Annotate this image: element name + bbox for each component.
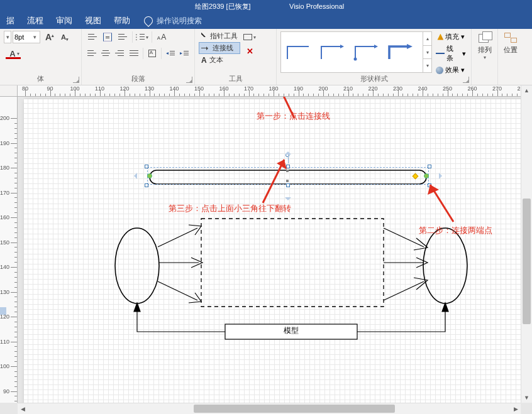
tab-data[interactable]: 据 [0, 13, 21, 29]
handle-nw[interactable] [145, 165, 148, 168]
diagram-svg [24, 99, 521, 403]
group-arrange: 排列 ▾ [472, 29, 498, 85]
svg-point-4 [423, 228, 467, 303]
annotation-step2: 第二步：连接两端点 [419, 225, 492, 236]
arrow-step3 [257, 156, 294, 206]
hscroll-thumb[interactable] [194, 405, 395, 413]
decrease-indent-button[interactable] [164, 46, 177, 60]
hscroll-left[interactable]: ◀ [18, 403, 28, 414]
align-middle-button[interactable] [101, 30, 114, 44]
horizontal-scrollbar[interactable]: ◀ ▶ [18, 403, 521, 414]
position-icon [503, 31, 518, 44]
effects-icon [436, 67, 443, 74]
tell-me-search[interactable]: 操作说明搜索 [157, 16, 202, 26]
font-family-dropdown[interactable]: ▾ [4, 31, 11, 43]
svg-line-6 [263, 97, 294, 118]
connector-tool-button[interactable]: 连接线 [199, 42, 240, 54]
align-top-button[interactable] [86, 30, 99, 44]
svg-rect-2 [201, 219, 384, 307]
tab-review[interactable]: 审阅 [50, 13, 79, 29]
style-item-3[interactable] [353, 41, 379, 63]
ruler-corner [0, 85, 18, 97]
group-tools-label: 工具 [195, 74, 276, 84]
svg-point-0 [354, 58, 357, 61]
vscroll-up[interactable]: ▲ [521, 85, 532, 95]
line-button[interactable]: 线条▾ [435, 43, 467, 63]
increase-indent-button[interactable] [178, 46, 191, 60]
text-size-button[interactable] [155, 30, 169, 44]
group-font: ▾ 8pt▾ A A A▾ 体 [0, 29, 82, 85]
model-label: 模型 [225, 325, 357, 336]
vscroll-thumb[interactable] [523, 199, 531, 324]
text-direction-button[interactable] [146, 46, 158, 60]
gallery-scroll-down[interactable]: ▾ [423, 46, 431, 60]
vertical-scrollbar[interactable]: ▲ ▼ [521, 85, 532, 403]
text-tool-button[interactable]: A 文本 [199, 54, 240, 66]
gallery-scroll-up[interactable]: ▴ [423, 32, 431, 46]
font-size-combo[interactable]: 8pt▾ [13, 31, 40, 43]
hscroll-right[interactable]: ▶ [511, 403, 521, 414]
rectangle-icon [243, 34, 252, 40]
horizontal-ruler: 8090100110120130140150160170180190200210… [18, 85, 521, 97]
fill-button[interactable]: 填充▾ [435, 31, 467, 42]
drawing-canvas[interactable]: 模型 [24, 99, 521, 403]
canvas-viewport[interactable]: 模型 [18, 97, 521, 403]
tab-process[interactable]: 流程 [21, 13, 50, 29]
align-bottom-button[interactable] [116, 30, 130, 44]
connector-endpoint-left[interactable] [147, 173, 152, 178]
autoconnect-up[interactable] [285, 148, 291, 155]
paragraph-dialog-launcher[interactable] [186, 77, 192, 83]
position-button[interactable]: 位置 [502, 31, 519, 55]
font-color-button[interactable]: A▾ [4, 46, 25, 60]
workspace: 8090100110120130140150160170180190200210… [0, 85, 532, 414]
group-paragraph-label: 段落 [82, 74, 194, 84]
connector-icon [201, 45, 210, 52]
style-item-2[interactable] [319, 41, 345, 63]
arrange-button[interactable]: 排列 ▾ [475, 31, 494, 60]
handle-ne[interactable] [428, 165, 431, 168]
svg-point-3 [115, 228, 159, 303]
pointer-icon [201, 33, 208, 40]
arrow-step1 [257, 97, 307, 124]
ribbon: ▾ 8pt▾ A A A▾ 体 ▾ [0, 29, 532, 85]
shape-styles-dialog-launcher[interactable] [463, 77, 469, 83]
delete-tool-button[interactable]: ✕ [243, 44, 257, 58]
autoconnect-right[interactable] [439, 173, 445, 179]
align-left-button[interactable] [86, 46, 98, 60]
align-justify-button[interactable] [128, 46, 140, 60]
menu-tabs: 据 流程 审阅 视图 帮助 操作说明搜索 [0, 13, 532, 29]
font-size-value: 8pt [14, 33, 24, 41]
pointer-tool-button[interactable]: 指针工具 [199, 30, 240, 42]
autoconnect-left[interactable] [131, 173, 137, 179]
text-icon: A [201, 56, 207, 65]
rectangle-tool-button[interactable]: ▾ [243, 30, 257, 44]
lightbulb-icon [142, 14, 155, 27]
title-bar: 绘图2939 [已恢复] Visio Professional [0, 0, 532, 13]
shape-style-gallery[interactable]: ▴ ▾ ▾ [280, 31, 432, 73]
x-icon: ✕ [247, 46, 253, 56]
tab-view[interactable]: 视图 [79, 13, 108, 29]
font-dialog-launcher[interactable] [73, 77, 79, 83]
bullets-button[interactable]: ▾ [135, 30, 149, 44]
fill-icon [436, 34, 443, 40]
increase-font-button[interactable]: A [42, 30, 55, 44]
handle-sw[interactable] [145, 183, 148, 187]
tab-help[interactable]: 帮助 [108, 13, 136, 29]
group-font-label: 体 [0, 74, 81, 84]
line-icon [436, 51, 445, 56]
align-center-button[interactable] [99, 46, 112, 60]
group-position: 位置 [498, 29, 523, 85]
gallery-scrollbar: ▴ ▾ ▾ [423, 32, 431, 72]
app-title: Visio Professional [289, 0, 344, 13]
decrease-font-button[interactable]: A [57, 30, 70, 44]
style-item-1[interactable] [285, 41, 311, 63]
align-right-button[interactable] [113, 46, 126, 60]
group-shape-styles-label: 形状样式 [277, 74, 471, 84]
group-shape-styles: ▴ ▾ ▾ 填充▾ 线条▾ 效果▾ 形状样式 [277, 29, 472, 85]
group-paragraph: ▾ 段落 [82, 29, 195, 85]
connector-endpoint-right[interactable] [424, 173, 429, 178]
style-item-4[interactable] [387, 41, 413, 63]
vscroll-down[interactable]: ▼ [521, 393, 532, 403]
vertical-ruler: 20019018017016015014013012011010090 [0, 97, 18, 403]
gallery-more-button[interactable]: ▾ [423, 59, 431, 72]
